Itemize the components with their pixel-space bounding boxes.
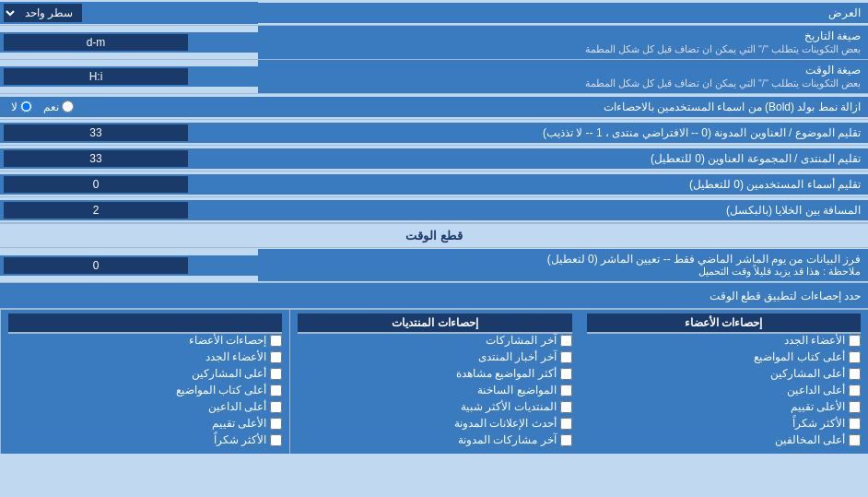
time-format-input[interactable]: H:i bbox=[4, 68, 188, 85]
bold-remove-input-area: نعم لا bbox=[0, 97, 258, 117]
cutoff-label: فرز البيانات من يوم الماشر الماضي فقط --… bbox=[258, 249, 868, 281]
row-select[interactable]: سطر واحد سطرين ثلاثة أسطر bbox=[4, 4, 82, 22]
col3-check-1[interactable] bbox=[849, 335, 861, 347]
topics-order-input-area: 33 bbox=[0, 123, 258, 143]
col1-check-7[interactable] bbox=[270, 434, 282, 446]
col2-check-7[interactable] bbox=[560, 434, 572, 446]
col3-check-2[interactable] bbox=[849, 351, 861, 363]
forum-order-label: تقليم المنتدى / المجموعة العناوين (0 للت… bbox=[258, 148, 868, 169]
limit-label: حدد إحصاءات لتطبيق قطع الوقت bbox=[0, 287, 868, 305]
col3-item-4: أعلى الداعين bbox=[587, 384, 861, 396]
display-label: العرض bbox=[258, 3, 868, 23]
col3-item-6: الأكثر شكراً bbox=[587, 417, 861, 430]
col2-item-4: المواضيع الساخنة bbox=[298, 384, 571, 396]
col2-check-5[interactable] bbox=[560, 401, 572, 413]
col2-item-1: آخر المشاركات bbox=[298, 334, 571, 347]
col3-item-2: أعلى كتاب المواضيع bbox=[587, 350, 861, 363]
limit-row: حدد إحصاءات لتطبيق قطع الوقت bbox=[0, 283, 868, 309]
col1-item-4: أعلى كتاب المواضيع bbox=[8, 384, 282, 396]
col2-item-3: أكثر المواضيع مشاهدة bbox=[298, 367, 571, 380]
col3-check-3[interactable] bbox=[849, 368, 861, 380]
usernames-trim-input-area: 0 bbox=[0, 174, 258, 195]
col1-item-2: الأعضاء الجدد bbox=[8, 350, 282, 363]
cutoff-input[interactable]: 0 bbox=[4, 257, 188, 274]
forum-order-input[interactable]: 33 bbox=[4, 150, 188, 167]
col3-check-7[interactable] bbox=[849, 434, 861, 446]
topics-order-input[interactable]: 33 bbox=[4, 124, 188, 141]
bold-remove-label: ازالة نمط بولد (Bold) من اسماء المستخدمي… bbox=[258, 97, 868, 117]
col1-item-6: الأعلى تقييم bbox=[8, 417, 282, 430]
col2-check-1[interactable] bbox=[560, 335, 572, 347]
usernames-trim-row: تقليم أسماء المستخدمين (0 للتعطيل) 0 bbox=[0, 172, 868, 197]
bold-no-radio[interactable] bbox=[20, 101, 32, 112]
col1-check-2[interactable] bbox=[270, 351, 282, 363]
bold-yes-radio[interactable] bbox=[62, 101, 74, 112]
date-format-label: صيغة التاريخ بعض التكوينات يتطلب "/" الت… bbox=[258, 26, 868, 59]
col3-item-7: أعلى المخالفين bbox=[587, 433, 861, 446]
col2-item-7: آخر مشاركات المدونة bbox=[298, 433, 571, 446]
col2-item-6: أحدث الإعلانات المدونة bbox=[298, 417, 571, 430]
col1-header bbox=[8, 314, 282, 334]
col2-check-2[interactable] bbox=[560, 351, 572, 363]
usernames-trim-input[interactable]: 0 bbox=[4, 176, 188, 193]
main-container: العرض سطر واحد سطرين ثلاثة أسطر صيغة الت… bbox=[0, 0, 868, 454]
col1-check-1[interactable] bbox=[270, 335, 282, 347]
col2-item-2: آخر أخبار المنتدى bbox=[298, 350, 571, 363]
topics-order-label: تقليم الموضوع / العناوين المدونة (0 -- ا… bbox=[258, 123, 868, 143]
cutoff-section-header: قطع الوقت bbox=[0, 223, 868, 248]
col3-item-3: أعلى المشاركين bbox=[587, 367, 861, 380]
cells-space-input[interactable]: 2 bbox=[4, 202, 188, 219]
topics-order-row: تقليم الموضوع / العناوين المدونة (0 -- ا… bbox=[0, 120, 868, 146]
time-format-row: صيغة الوقت بعض التكوينات يتطلب "/" التي … bbox=[0, 60, 868, 94]
cells-space-input-area: 2 bbox=[0, 200, 258, 220]
col2-header: إحصاءات المنتديات bbox=[298, 314, 571, 334]
col1-check-3[interactable] bbox=[270, 368, 282, 380]
date-format-input[interactable]: d-m bbox=[4, 34, 188, 51]
col3-check-4[interactable] bbox=[849, 385, 861, 396]
col2-check-3[interactable] bbox=[560, 368, 572, 380]
col1-item-7: الأكثر شكراً bbox=[8, 433, 282, 446]
col2-check-4[interactable] bbox=[560, 385, 572, 396]
usernames-trim-label: تقليم أسماء المستخدمين (0 للتعطيل) bbox=[258, 174, 868, 195]
forum-order-input-area: 33 bbox=[0, 148, 258, 169]
date-format-row: صيغة التاريخ بعض التكوينات يتطلب "/" الت… bbox=[0, 26, 868, 60]
checkbox-col-2: إحصاءات المنتديات آخر المشاركات آخر أخبا… bbox=[289, 310, 579, 454]
bold-radio-group: نعم لا bbox=[4, 99, 81, 115]
display-row: العرض سطر واحد سطرين ثلاثة أسطر bbox=[0, 0, 868, 26]
col3-item-5: الأعلى تقييم bbox=[587, 400, 861, 413]
col1-item-5: أعلى الداعين bbox=[8, 400, 282, 413]
col1-check-4[interactable] bbox=[270, 385, 282, 396]
display-input-area: سطر واحد سطرين ثلاثة أسطر bbox=[0, 2, 258, 24]
cells-space-row: المسافة بين الخلايا (بالبكسل) 2 bbox=[0, 197, 868, 223]
col1-check-5[interactable] bbox=[270, 401, 282, 413]
bold-no-label[interactable]: لا bbox=[11, 101, 32, 113]
bold-remove-row: ازالة نمط بولد (Bold) من اسماء المستخدمي… bbox=[0, 94, 868, 120]
col3-check-6[interactable] bbox=[849, 418, 861, 430]
cutoff-row: فرز البيانات من يوم الماشر الماضي فقط --… bbox=[0, 248, 868, 283]
col1-check-6[interactable] bbox=[270, 418, 282, 430]
checkbox-col-3: إحصاءات الأعضاء الأعضاء الجدد أعلى كتاب … bbox=[580, 310, 868, 454]
col1-item-1: إحصاءات الأعضاء bbox=[8, 334, 282, 347]
col3-header: إحصاءات الأعضاء bbox=[587, 314, 861, 334]
checkboxes-container: إحصاءات الأعضاء الأعضاء الجدد أعلى كتاب … bbox=[0, 309, 868, 454]
col1-item-3: أعلى المشاركين bbox=[8, 367, 282, 380]
cells-space-label: المسافة بين الخلايا (بالبكسل) bbox=[258, 200, 868, 220]
forum-order-row: تقليم المنتدى / المجموعة العناوين (0 للت… bbox=[0, 146, 868, 172]
time-format-label: صيغة الوقت بعض التكوينات يتطلب "/" التي … bbox=[258, 60, 868, 93]
col2-item-5: المنتديات الأكثر شبية bbox=[298, 400, 571, 413]
checkbox-col-1: إحصاءات الأعضاء الأعضاء الجدد أعلى المشا… bbox=[0, 310, 289, 454]
cutoff-input-area: 0 bbox=[0, 255, 258, 276]
time-format-input-area: H:i bbox=[0, 66, 258, 87]
bold-yes-label[interactable]: نعم bbox=[43, 101, 74, 113]
col3-item-1: الأعضاء الجدد bbox=[587, 334, 861, 347]
date-format-input-area: d-m bbox=[0, 32, 258, 53]
col3-check-5[interactable] bbox=[849, 401, 861, 413]
col2-check-6[interactable] bbox=[560, 418, 572, 430]
